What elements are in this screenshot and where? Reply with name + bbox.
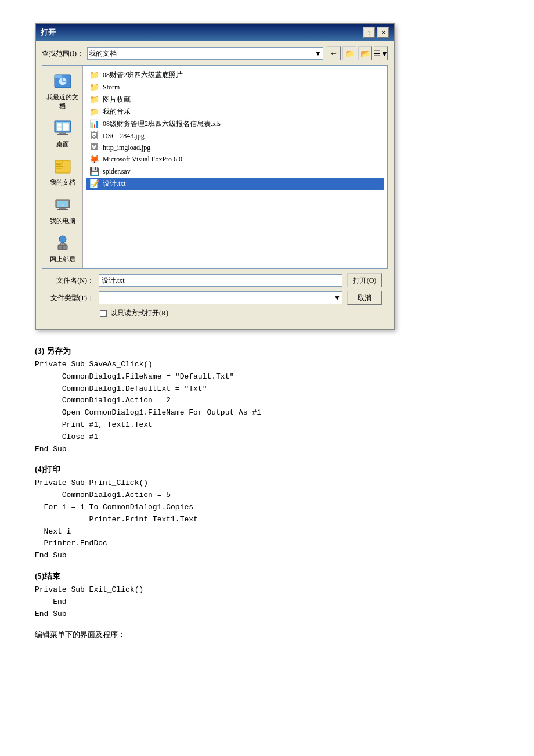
folder-select-arrow: ▼ — [315, 49, 322, 58]
section-heading: (4)打印 — [35, 465, 499, 475]
code-line: For i = 1 To CommonDialog1.Copies — [35, 502, 499, 514]
code-line: Private Sub SaveAs_Click() — [35, 359, 499, 371]
code-section-exit: (5)结束Private Sub Exit_Click() EndEnd Sub — [35, 571, 499, 620]
sidebar-desktop-label: 桌面 — [56, 140, 69, 149]
filetype-select[interactable]: ▼ — [99, 291, 342, 304]
svg-rect-7 — [57, 123, 62, 127]
up-folder-button[interactable]: 📁 — [342, 46, 356, 60]
file-icon: 🦊 — [89, 154, 99, 164]
code-block: Private Sub Exit_Click() EndEnd Sub — [35, 584, 499, 620]
filename-input[interactable] — [99, 274, 342, 287]
file-item[interactable]: 📁08财管2班四六级蓝底照片 — [86, 69, 384, 81]
help-button[interactable]: ? — [363, 27, 375, 38]
code-line: Printer.Print Text1.Text — [35, 514, 499, 526]
file-item[interactable]: 🦊Microsoft Visual FoxPro 6.0 — [86, 153, 384, 165]
code-line: Open CommonDialog1.FileName For Output A… — [35, 407, 499, 419]
code-line: Printer.EndDoc — [35, 538, 499, 550]
open-button[interactable]: 打开(O) — [347, 273, 382, 287]
code-line: Private Sub Exit_Click() — [35, 584, 499, 596]
svg-rect-8 — [57, 127, 62, 131]
file-item[interactable]: 📊08级财务管理2班四六级报名信息表.xls — [86, 118, 384, 130]
code-line: End Sub — [35, 550, 499, 562]
filetype-label: 文件类型(T)： — [48, 293, 94, 303]
file-name: Microsoft Visual FoxPro 6.0 — [103, 155, 182, 164]
file-name: 设计.txt — [103, 179, 126, 189]
code-section-save-as: (3) 另存为Private Sub SaveAs_Click() Common… — [35, 346, 499, 455]
recent-docs-icon — [52, 70, 73, 91]
readonly-row: 以只读方式打开(R) — [48, 308, 382, 318]
readonly-label: 以只读方式打开(R) — [110, 308, 168, 318]
svg-point-20 — [59, 236, 66, 243]
svg-rect-19 — [62, 204, 64, 206]
code-line: End — [35, 596, 499, 609]
code-block: Private Sub Print_Click() CommonDialog1.… — [35, 477, 499, 562]
filename-row: 文件名(N)： 打开(O) — [48, 273, 382, 287]
network-icon — [52, 232, 73, 253]
svg-rect-11 — [55, 160, 62, 163]
section-heading: (3) 另存为 — [35, 346, 499, 357]
file-item[interactable]: 🖼DSC_2843.jpg — [86, 130, 384, 142]
file-item[interactable]: 📁我的音乐 — [86, 106, 384, 118]
file-name: 我的音乐 — [103, 107, 131, 117]
dialog-title: 打开 — [41, 27, 56, 38]
mycomputer-icon — [52, 194, 73, 215]
file-icon: 📊 — [89, 119, 99, 129]
file-name: 08财管2班四六级蓝底照片 — [103, 70, 183, 80]
svg-rect-16 — [57, 201, 68, 207]
sidebar-item-recent[interactable]: 我最近的文档 — [45, 70, 80, 110]
file-list[interactable]: 📁08财管2班四六级蓝底照片📁Storm📁图片收藏📁我的音乐📊08级财务管理2班… — [83, 66, 387, 268]
file-icon: 🖼 — [89, 143, 99, 152]
svg-rect-22 — [63, 245, 67, 250]
new-folder-button[interactable]: 📂 — [358, 46, 372, 60]
code-line: End Sub — [35, 609, 499, 621]
code-line: CommonDialog1.DefaultExt = "Txt" — [35, 383, 499, 395]
file-item[interactable]: 📝设计.txt — [86, 178, 384, 190]
dialog-sidebar: 我最近的文档 桌面 — [42, 66, 83, 268]
svg-rect-6 — [57, 134, 68, 135]
file-name: 图片收藏 — [103, 95, 131, 105]
sidebar-item-network[interactable]: 网上邻居 — [50, 232, 75, 264]
file-name: DSC_2843.jpg — [103, 132, 145, 141]
sidebar-mycomputer-label: 我的电脑 — [50, 217, 75, 225]
svg-rect-13 — [56, 166, 63, 167]
file-name: http_imgload.jpg — [103, 143, 150, 152]
code-line: CommonDialog1.FileName = "Default.Txt" — [35, 371, 499, 383]
sidebar-item-mydocs[interactable]: 我的文档 — [50, 156, 75, 187]
folder-icon: 📁 — [89, 107, 99, 117]
dialog-bottom: 文件名(N)： 打开(O) 文件类型(T)： ▼ 取消 以只读方式打开(R) — [42, 269, 388, 323]
code-line: CommonDialog1.Action = 5 — [35, 489, 499, 502]
sidebar-item-desktop[interactable]: 桌面 — [52, 117, 73, 149]
code-line: End Sub — [35, 444, 499, 456]
back-button[interactable]: ← — [327, 46, 341, 60]
toolbar-label: 查找范围(I)： — [42, 49, 84, 59]
code-line: Print #1, Text1.Text — [35, 419, 499, 431]
file-item[interactable]: 📁Storm — [86, 81, 384, 93]
folder-select[interactable]: 我的文档 ▼ — [87, 47, 323, 60]
dialog-body: 查找范围(I)： 我的文档 ▼ ← 📁 📂 ☰▼ — [36, 41, 394, 329]
desktop-icon — [52, 117, 73, 138]
sidebar-recent-label: 我最近的文档 — [45, 93, 80, 110]
file-icon: 🖼 — [89, 131, 99, 141]
svg-rect-21 — [58, 245, 63, 250]
file-item[interactable]: 💾spider.sav — [86, 165, 384, 178]
cancel-button[interactable]: 取消 — [347, 291, 382, 305]
code-line: CommonDialog1.Action = 2 — [35, 395, 499, 407]
view-button[interactable]: ☰▼ — [374, 46, 388, 60]
dialog-main: 我最近的文档 桌面 — [42, 65, 388, 269]
code-line: 编辑菜单下的界面及程序： — [35, 629, 499, 642]
file-item[interactable]: 🖼http_imgload.jpg — [86, 142, 384, 153]
svg-rect-1 — [55, 75, 62, 78]
readonly-checkbox[interactable] — [100, 310, 107, 317]
file-icon: 💾 — [89, 167, 99, 177]
filename-label: 文件名(N)： — [48, 276, 94, 286]
close-button[interactable]: ✕ — [377, 27, 389, 38]
code-line: Close #1 — [35, 431, 499, 444]
code-section-edit-note: 编辑菜单下的界面及程序： — [35, 629, 499, 642]
open-file-dialog: 打开 ? ✕ 查找范围(I)： 我的文档 ▼ ← 📁 📂 ☰▼ — [35, 23, 395, 330]
svg-rect-5 — [59, 132, 66, 134]
toolbar-icons: ← 📁 📂 ☰▼ — [327, 46, 388, 60]
svg-rect-18 — [57, 209, 68, 210]
sidebar-item-mycomputer[interactable]: 我的电脑 — [50, 194, 75, 225]
code-block: 编辑菜单下的界面及程序： — [35, 629, 499, 642]
file-item[interactable]: 📁图片收藏 — [86, 93, 384, 106]
